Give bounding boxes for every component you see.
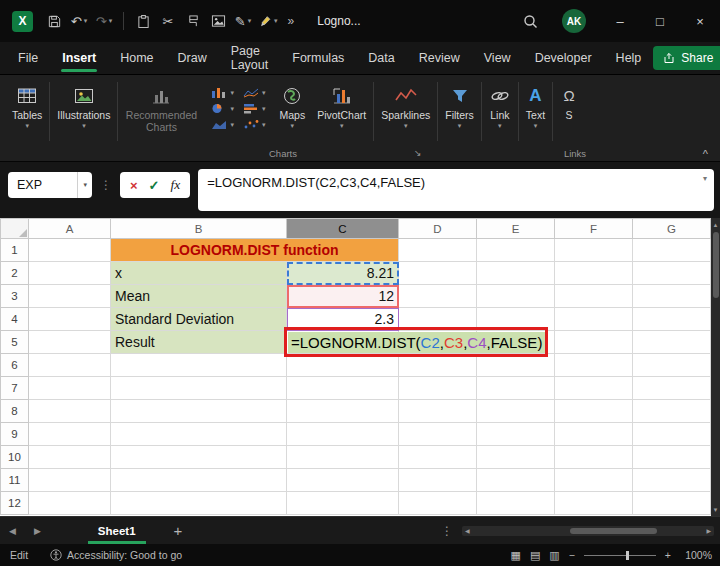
tab-file[interactable]: File — [6, 42, 50, 74]
highlighter-button[interactable]: ▾ — [256, 8, 281, 34]
cell[interactable] — [29, 492, 111, 515]
cell-c3[interactable]: 12 — [287, 285, 399, 308]
row-header-1[interactable]: 1 — [1, 239, 29, 262]
cell[interactable] — [477, 262, 555, 285]
accessibility-status[interactable]: Accessibility: Good to go — [38, 549, 194, 561]
tab-review[interactable]: Review — [407, 42, 472, 74]
insert-pie-chart-button[interactable]: ▾ — [211, 103, 234, 114]
cell-a2[interactable] — [29, 262, 111, 285]
minimize-button[interactable]: – — [600, 0, 640, 42]
cell-c5-active[interactable]: =LOGNORM.DIST(C2,C3,C4,FALSE) — [287, 331, 399, 354]
more-commands-icon[interactable]: » — [288, 14, 295, 28]
excel-logo-icon[interactable]: X — [12, 11, 33, 32]
link-button[interactable]: Link ▾ — [483, 79, 517, 130]
cell[interactable] — [287, 354, 399, 377]
cell[interactable] — [111, 492, 287, 515]
tab-page-layout[interactable]: Page Layout — [219, 42, 281, 74]
active-cell-formula[interactable]: =LOGNORM.DIST(C2,C3,C4,FALSE) — [288, 332, 545, 353]
cell[interactable] — [555, 262, 633, 285]
cell-b3[interactable]: Mean — [111, 285, 287, 308]
vertical-scrollbar[interactable]: ▲ ▼ — [711, 218, 720, 516]
cell[interactable] — [477, 285, 555, 308]
sheet-options-icon[interactable]: ⋮ — [432, 524, 462, 538]
row-header-7[interactable]: 7 — [1, 377, 29, 400]
undo-button[interactable]: ↶▾ — [67, 8, 91, 34]
search-button[interactable] — [512, 14, 548, 29]
horizontal-scrollbar[interactable]: ◀ ▶ — [462, 526, 714, 536]
row-header-9[interactable]: 9 — [1, 423, 29, 446]
close-button[interactable]: × — [680, 0, 720, 42]
row-header-4[interactable]: 4 — [1, 308, 29, 331]
cell[interactable] — [477, 377, 555, 400]
row-header-6[interactable]: 6 — [1, 354, 29, 377]
cell[interactable] — [399, 423, 477, 446]
format-painter-button[interactable] — [181, 8, 205, 34]
zoom-slider-thumb[interactable] — [626, 551, 629, 560]
cell-b1-title[interactable]: LOGNORM.DIST function — [111, 239, 399, 262]
insert-bar-chart-button[interactable]: ▾ — [243, 103, 266, 114]
next-sheet-icon[interactable]: ▶ — [25, 526, 50, 536]
tab-formulas[interactable]: Formulas — [280, 42, 356, 74]
page-layout-view-icon[interactable]: ▤ — [530, 549, 540, 562]
scroll-down-icon[interactable]: ▼ — [713, 503, 719, 516]
cell-a5[interactable] — [29, 331, 111, 354]
insert-function-icon[interactable]: fx — [171, 177, 181, 193]
cell[interactable] — [287, 446, 399, 469]
cell[interactable] — [399, 400, 477, 423]
sparklines-button[interactable]: Sparklines ▾ — [375, 79, 436, 130]
cell[interactable] — [111, 377, 287, 400]
pivotchart-button[interactable]: PivotChart ▾ — [311, 79, 372, 130]
cell[interactable] — [633, 400, 711, 423]
row-header-12[interactable]: 12 — [1, 492, 29, 515]
cell[interactable] — [399, 469, 477, 492]
cell[interactable] — [287, 492, 399, 515]
zoom-slider[interactable] — [584, 555, 656, 556]
cell[interactable] — [477, 446, 555, 469]
cell[interactable] — [287, 377, 399, 400]
page-break-view-icon[interactable]: ▥ — [549, 549, 559, 562]
tab-view[interactable]: View — [472, 42, 523, 74]
insert-scatter-chart-button[interactable]: ▾ — [243, 119, 266, 130]
column-header-c[interactable]: C — [287, 219, 399, 239]
tab-developer[interactable]: Developer — [523, 42, 604, 74]
cell[interactable] — [399, 446, 477, 469]
filters-button[interactable]: Filters ▾ — [439, 79, 480, 130]
insert-line-chart-button[interactable]: ▾ — [243, 87, 266, 98]
insert-area-chart-button[interactable]: ▾ — [211, 119, 234, 130]
cell[interactable] — [633, 377, 711, 400]
cell[interactable] — [555, 423, 633, 446]
cell[interactable] — [633, 262, 711, 285]
row-header-3[interactable]: 3 — [1, 285, 29, 308]
column-header-a[interactable]: A — [29, 219, 111, 239]
cell-b2[interactable]: x — [111, 262, 287, 285]
cell[interactable] — [477, 354, 555, 377]
share-button[interactable]: Share — [653, 46, 720, 70]
cell[interactable] — [29, 423, 111, 446]
cell[interactable] — [555, 331, 633, 354]
expand-formula-bar-icon[interactable]: ▾ — [703, 174, 707, 183]
cell[interactable] — [399, 377, 477, 400]
cell[interactable] — [633, 239, 711, 262]
cell[interactable] — [111, 423, 287, 446]
row-header-5[interactable]: 5 — [1, 331, 29, 354]
draw-pen-button[interactable]: ✎▾ — [231, 8, 255, 34]
zoom-in-icon[interactable]: + — [665, 549, 671, 561]
formula-bar-drag-handle[interactable]: ⋮ — [100, 178, 112, 192]
cell[interactable] — [111, 446, 287, 469]
cell[interactable] — [555, 308, 633, 331]
tab-draw[interactable]: Draw — [166, 42, 219, 74]
zoom-out-icon[interactable]: − — [569, 549, 575, 561]
cell[interactable] — [555, 400, 633, 423]
cell[interactable] — [633, 492, 711, 515]
account-avatar[interactable]: AK — [562, 9, 586, 33]
vertical-scroll-thumb[interactable] — [713, 232, 719, 298]
column-header-d[interactable]: D — [399, 219, 477, 239]
cell[interactable] — [287, 400, 399, 423]
cell[interactable] — [555, 469, 633, 492]
cell[interactable] — [633, 469, 711, 492]
charts-dialog-launcher-icon[interactable]: ↘ — [414, 148, 422, 158]
formula-input[interactable]: =LOGNORM.DIST(C2,C3,C4,FALSE) ▾ — [198, 169, 714, 211]
cell[interactable] — [29, 446, 111, 469]
cell[interactable] — [399, 308, 477, 331]
cell[interactable] — [477, 400, 555, 423]
